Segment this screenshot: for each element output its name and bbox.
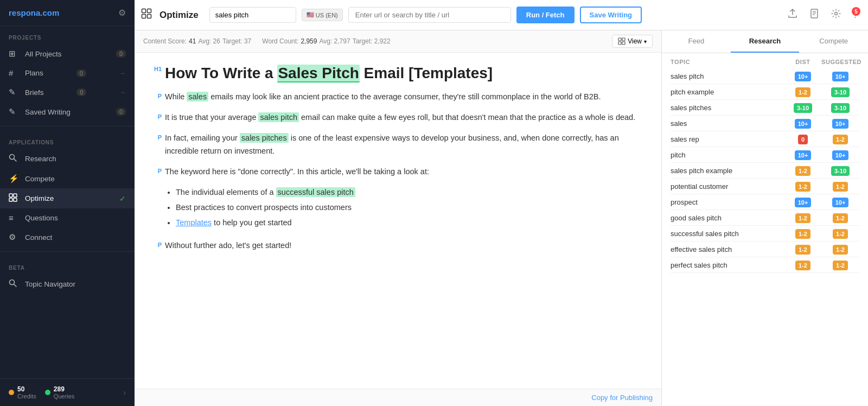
svg-line-1 [14, 159, 17, 162]
tab-research[interactable]: Research [731, 30, 800, 53]
briefs-arrow: → [119, 88, 126, 96]
research-icon [9, 154, 20, 164]
list-block: The individual elements of a successful … [165, 186, 640, 232]
run-fetch-button[interactable]: Run / Fetch [516, 7, 575, 23]
expand-icon[interactable]: › [123, 388, 126, 397]
url-input[interactable] [348, 7, 511, 23]
projects-section-label: PROJECTS [0, 26, 135, 44]
topic-suggested-col: 10+ [821, 72, 859, 80]
questions-icon: ≡ [9, 213, 20, 223]
topic-row[interactable]: prospect 10+ 10+ [671, 194, 859, 210]
last-paragraph[interactable]: Without further ado, let's get started! [165, 239, 640, 252]
bullet-list[interactable]: The individual elements of a successful … [165, 186, 640, 232]
dist-badge: 3-10 [794, 103, 812, 113]
paragraph-1[interactable]: While sales emails may look like an anci… [165, 91, 640, 104]
dist-badge: 1-2 [795, 245, 810, 255]
topic-row[interactable]: good sales pitch 1-2 1-2 [671, 210, 859, 226]
topic-name: sales pitch example [671, 167, 787, 175]
dist-col-header: DIST [787, 59, 819, 65]
suggested-badge: 10+ [832, 198, 849, 207]
applications-section-label: APPLICATIONS [0, 131, 135, 149]
suggested-col-header: SUGGESTED [821, 59, 859, 65]
sidebar-item-briefs[interactable]: ✎ Briefs 0 → [0, 83, 135, 102]
all-projects-badge: 0 [116, 50, 126, 58]
sidebar-item-connect[interactable]: ⚙ Connect [0, 227, 135, 247]
editor-content[interactable]: H1 How To Write a Sales Pitch Email [Tem… [135, 53, 661, 282]
plans-icon: # [9, 68, 20, 78]
page-title: Optimize [159, 10, 199, 21]
topic-row[interactable]: pitch 10+ 10+ [671, 147, 859, 163]
save-writing-button[interactable]: Save Writing [580, 7, 642, 23]
topic-col-header: TOPIC [671, 59, 787, 65]
document-icon[interactable] [806, 7, 822, 23]
content-score-group: Content Score: 41 Avg: 26 Target: 37 [143, 37, 251, 45]
content-score-target: Target: 37 [222, 37, 251, 45]
editor-scroll-area[interactable]: H1 How To Write a Sales Pitch Email [Tem… [135, 53, 661, 389]
settings-icon[interactable]: ⚙ [118, 8, 126, 18]
paragraph-2[interactable]: It is true that your average sales pitch… [165, 111, 640, 124]
suggested-badge: 3-10 [831, 103, 850, 113]
topic-dist-col: 10+ [787, 119, 819, 128]
paragraph-3-block: P In fact, emailing your sales pitches i… [165, 132, 640, 158]
topic-row[interactable]: sales 10+ 10+ [671, 116, 859, 131]
topic-row[interactable]: pitch example 1-2 3-10 [671, 84, 859, 100]
paragraph-4[interactable]: The keyword here is "done correctly". In… [165, 166, 640, 179]
topic-row[interactable]: sales pitch example 1-2 3-10 [671, 163, 859, 179]
topic-dist-col: 3-10 [787, 103, 819, 112]
dist-badge: 1-2 [795, 87, 810, 97]
keyword-input[interactable] [209, 7, 296, 23]
topic-row[interactable]: perfect sales pitch 1-2 1-2 [671, 257, 859, 273]
paragraph-3[interactable]: In fact, emailing your sales pitches is … [165, 132, 640, 158]
view-button[interactable]: View ▾ [612, 35, 653, 48]
language-badge[interactable]: 🇺🇸 US (EN) [302, 9, 343, 21]
sidebar-item-research[interactable]: Research [0, 149, 135, 169]
tab-compete[interactable]: Compete [799, 30, 868, 53]
editor-heading[interactable]: How To Write a Sales Pitch Email [Templa… [165, 64, 640, 83]
suggested-badge: 1-2 [833, 135, 848, 144]
dist-badge: 1-2 [795, 166, 810, 176]
sidebar-item-questions[interactable]: ≡ Questions [0, 208, 135, 227]
topic-dist-col: 10+ [787, 72, 819, 80]
plans-arrow: → [119, 69, 126, 77]
settings-topbar-icon[interactable] [828, 7, 844, 23]
copy-for-publishing-button[interactable]: Copy for Publishing [591, 394, 653, 402]
saved-writing-badge: 0 [116, 108, 126, 116]
sidebar-footer: 50 Credits 289 Queries › [0, 378, 135, 406]
templates-link[interactable]: Templates [176, 218, 212, 227]
sidebar-item-plans[interactable]: # Plans 0 → [0, 64, 135, 83]
sidebar-item-optimize[interactable]: Optimize ✓ [0, 188, 135, 208]
topic-suggested-col: 10+ [821, 119, 859, 128]
notifications-button[interactable]: ? 5 [850, 7, 861, 23]
sidebar-item-compete[interactable]: ⚡ Compete [0, 169, 135, 188]
topic-row[interactable]: sales pitches 3-10 3-10 [671, 100, 859, 116]
topic-row[interactable]: successful sales pitch 1-2 1-2 [671, 226, 859, 242]
tab-feed[interactable]: Feed [662, 30, 731, 53]
credits-dot [9, 390, 14, 395]
svg-line-7 [14, 284, 17, 287]
sidebar-item-saved-writing[interactable]: ✎ Saved Writing 0 [0, 102, 135, 122]
topic-row[interactable]: sales rep 0 1-2 [671, 131, 859, 147]
svg-rect-20 [622, 42, 625, 45]
topic-name: sales pitch [671, 72, 787, 80]
last-p-tag: P [145, 240, 162, 250]
topic-dist-col: 1-2 [787, 166, 819, 175]
credits-label: Credits [17, 393, 36, 399]
topic-name: sales [671, 119, 787, 128]
export-icon[interactable] [784, 7, 801, 23]
logo-area: respona.com ⚙ [0, 0, 135, 26]
saved-writing-icon: ✎ [9, 107, 20, 117]
suggested-badge: 1-2 [833, 229, 848, 239]
sidebar-item-all-projects[interactable]: ⊞ All Projects 0 [0, 44, 135, 64]
paragraph-4-block: P The keyword here is "done correctly". … [165, 166, 640, 179]
topic-row[interactable]: sales pitch 10+ 10+ [671, 68, 859, 84]
topic-name: potential customer [671, 182, 787, 191]
sidebar-item-topic-navigator[interactable]: Topic Navigator [0, 274, 135, 294]
suggested-badge: 10+ [832, 72, 849, 81]
queries-value: 289 [54, 385, 75, 393]
beta-section-label: BETA [0, 256, 135, 274]
sidebar-divider-2 [0, 251, 135, 252]
topic-row[interactable]: potential customer 1-2 1-2 [671, 179, 859, 194]
topic-row[interactable]: effective sales pitch 1-2 1-2 [671, 242, 859, 257]
topic-navigator-icon [9, 279, 20, 289]
topbar: Optimize 🇺🇸 US (EN) Run / Fetch Save Wri… [135, 0, 868, 30]
